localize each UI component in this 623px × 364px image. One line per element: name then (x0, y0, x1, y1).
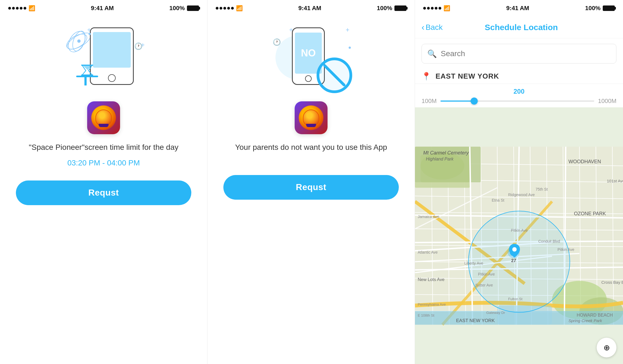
schedule-location-panel: 📶 9:41 AM 100% ‹ Back Schedule Location … (415, 0, 623, 364)
request-button-1[interactable]: Requst (16, 180, 191, 205)
svg-rect-7 (81, 74, 93, 76)
search-input[interactable] (441, 49, 611, 58)
search-bar[interactable]: 🔍 (422, 44, 616, 64)
status-left-2: 📶 (216, 5, 243, 12)
svg-text:Gateway Dr: Gateway Dr (486, 311, 505, 315)
battery-pct-1: 100% (169, 5, 185, 12)
ban-circle-icon (317, 58, 352, 93)
plus-icon-4: + (346, 26, 349, 34)
app-icon-inner-1 (91, 105, 116, 130)
svg-text:Sutter Ave: Sutter Ave (475, 283, 493, 287)
svg-text:Pitkin Ave: Pitkin Ave (557, 247, 574, 252)
helmet-icon-1 (95, 110, 112, 126)
clock-icon-2: 🕐 (273, 38, 281, 46)
compass-button[interactable]: ⊕ (597, 338, 616, 357)
compass-icon: ⊕ (604, 343, 610, 352)
dot2 (12, 7, 15, 10)
dot-x2 (427, 7, 430, 10)
screen-time-illus: + + 🕐 (60, 25, 147, 96)
svg-text:Pitkin Ave: Pitkin Ave (511, 228, 528, 233)
time-3: 9:41 AM (506, 5, 529, 12)
battery-pct-2: 100% (377, 5, 392, 12)
svg-text:Atlantic Ave: Atlantic Ave (418, 250, 438, 254)
no-app-illustration-area: NO + + 🕐 Your parents do not want you to… (207, 16, 415, 364)
radius-slider-row: 100M 1000M (422, 98, 616, 105)
dot-b (220, 7, 222, 10)
signal-dots-2 (216, 7, 234, 10)
svg-text:75th St: 75th St (536, 187, 548, 191)
signal-dots-1 (8, 7, 26, 10)
time-2: 9:41 AM (298, 5, 322, 12)
dot4 (20, 7, 22, 10)
dot-e (231, 7, 234, 10)
request-button-2[interactable]: Requst (223, 175, 399, 200)
no-app-illus: NO + + 🕐 (267, 25, 355, 96)
screen-time-panel: 📶 9:41 AM 100% (0, 0, 207, 364)
battery-icon-2 (394, 5, 406, 11)
svg-text:Etna St: Etna St (492, 198, 504, 202)
svg-text:101st Ave: 101st Ave (607, 179, 623, 183)
time-1: 9:41 AM (91, 5, 114, 12)
back-button[interactable]: ‹ Back (422, 22, 443, 32)
status-right-3: 100% (585, 5, 615, 12)
status-bar-2: 📶 9:41 AM 100% (207, 0, 415, 16)
svg-rect-6 (81, 65, 93, 66)
radius-value: 200 (422, 88, 616, 95)
svg-point-1 (70, 30, 88, 52)
svg-text:OZONE PARK: OZONE PARK (574, 211, 606, 216)
status-right-1: 100% (169, 5, 199, 12)
svg-text:Fulton St: Fulton St (508, 297, 522, 301)
wifi-icon-3: 📶 (443, 5, 450, 12)
svg-text:27: 27 (511, 258, 516, 263)
dot-x3 (431, 7, 434, 10)
dot-a (216, 7, 218, 10)
status-bar-3: 📶 9:41 AM 100% (415, 0, 623, 16)
svg-text:Cross Bay Blvd: Cross Bay Blvd (601, 280, 623, 285)
dot-x4 (435, 7, 437, 10)
radius-max-label: 1000M (598, 98, 616, 105)
svg-text:Liberty Ave: Liberty Ave (464, 261, 483, 265)
schedule-nav: ‹ Back Schedule Location (415, 16, 623, 38)
screen-time-range: 03:20 PM - 04:00 PM (67, 159, 140, 167)
screen-time-description: "Space Pioneer"screen time limit for the… (18, 142, 189, 153)
location-name: EAST NEW YORK (436, 72, 499, 81)
svg-point-82 (512, 247, 517, 252)
svg-text:Jamaica Ave: Jamaica Ave (418, 214, 439, 219)
no-app-description: Your parents do not want you to use this… (224, 142, 398, 153)
status-bar-1: 📶 9:41 AM 100% (0, 0, 207, 16)
dot-d (227, 7, 230, 10)
plus-icon-3: + (289, 26, 293, 34)
svg-text:Spring Creek Park: Spring Creek Park (568, 318, 602, 323)
svg-text:HOWARD BEACH: HOWARD BEACH (577, 313, 613, 317)
svg-text:E 108th St: E 108th St (418, 313, 434, 317)
wifi-icon-1: 📶 (29, 5, 35, 12)
dot1 (8, 7, 11, 10)
ban-line-icon (323, 64, 346, 87)
svg-text:Pennsylvaina Ave: Pennsylvaina Ave (418, 302, 446, 306)
radius-slider-thumb[interactable] (471, 98, 478, 105)
battery-pct-3: 100% (585, 5, 601, 12)
battery-icon-1 (187, 5, 199, 11)
svg-rect-4 (84, 77, 87, 85)
chevron-left-icon: ‹ (422, 22, 425, 32)
map-container[interactable]: Mt Carmel Cemetery Highland Park WOODHAV… (415, 107, 623, 364)
status-left-3: 📶 (423, 5, 450, 12)
helmet-icon-2 (303, 110, 319, 126)
radius-min-label: 100M (422, 98, 437, 105)
status-right-2: 100% (377, 5, 406, 12)
phone-screen-2: NO (295, 33, 322, 74)
svg-text:Highland Park: Highland Park (426, 157, 454, 161)
battery-icon-3 (603, 5, 615, 11)
dot-x1 (423, 7, 426, 10)
radius-slider-track[interactable] (440, 101, 594, 102)
small-dot-2 (349, 47, 351, 49)
dot3 (16, 7, 19, 10)
location-row[interactable]: 📍 EAST NEW YORK (415, 66, 623, 84)
dot-x5 (439, 7, 441, 10)
app-icon-2 (295, 101, 328, 134)
svg-text:WOODHAVEN: WOODHAVEN (568, 159, 601, 164)
radius-control: 200 100M 1000M (415, 84, 623, 107)
back-label: Back (426, 23, 443, 32)
small-dot-1 (89, 33, 91, 35)
wifi-icon-2: 📶 (236, 5, 243, 12)
